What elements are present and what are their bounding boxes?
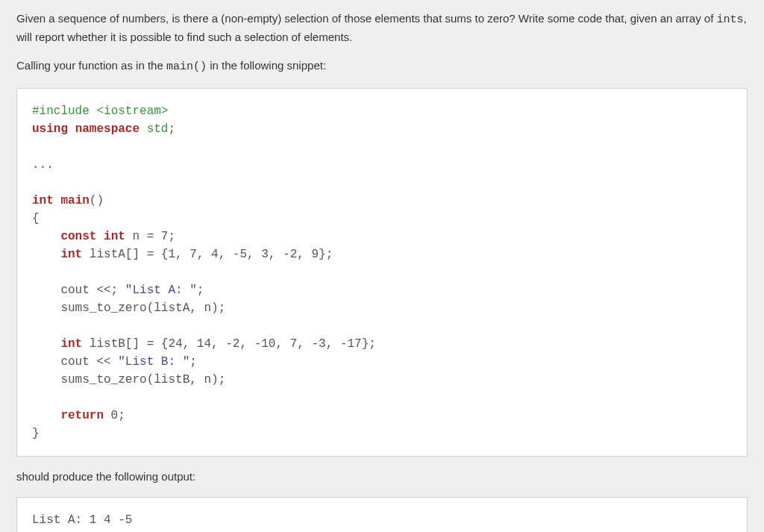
code-token <box>32 230 60 243</box>
code-token: listA[] = {1, 7, 4, -5, 3, -2, 9}; <box>82 248 333 261</box>
paragraph-3: should produce the following output: <box>16 469 748 486</box>
code-token: } <box>32 427 40 440</box>
code-token: namespace <box>75 122 140 136</box>
code-token: ... <box>32 158 54 172</box>
code-token: sums_to_zero(listA, n); <box>32 301 225 315</box>
code-token: int <box>60 337 82 351</box>
code-token: ; <box>197 284 204 297</box>
code-token: return <box>60 409 104 422</box>
code-token <box>32 248 60 261</box>
code-token: "List A: " <box>125 284 197 297</box>
code-token: ; <box>190 355 197 369</box>
para1-text-1: Given a sequence of numbers, is there a … <box>16 12 717 25</box>
code-token: using <box>32 122 68 136</box>
para2-inline-code: main() <box>166 60 207 73</box>
code-token: int <box>104 230 125 243</box>
code-block-output: List A: 1 4 -5 List B: It isn't possible… <box>16 497 748 532</box>
code-token: "List B: " <box>118 355 190 369</box>
paragraph-1: Given a sequence of numbers, is there a … <box>16 10 748 46</box>
code-token: cout << <box>32 355 118 369</box>
code-token: listB[] = {24, 14, -2, -10, 7, -3, -17}; <box>82 337 376 351</box>
code-token: main <box>60 194 89 207</box>
code-token: int <box>32 194 54 207</box>
code-token: const <box>60 230 96 243</box>
para2-text-2: in the following snippet: <box>207 59 326 72</box>
code-token: std <box>147 122 169 136</box>
code-token: <iostream> <box>96 104 168 118</box>
para1-inline-code: ints <box>717 13 744 26</box>
code-token <box>32 337 60 351</box>
code-token: cout <<; <box>32 284 125 297</box>
paragraph-2: Calling your function as in the main() i… <box>16 57 748 76</box>
code-token: #include <box>32 104 96 118</box>
code-token: { <box>32 212 40 225</box>
output-line-1: List A: 1 4 -5 <box>32 513 132 527</box>
code-token: ; <box>168 122 175 136</box>
code-token: sums_to_zero(listB, n); <box>32 373 225 387</box>
code-token <box>32 409 60 422</box>
code-token: int <box>60 248 82 261</box>
code-token: 0; <box>104 409 125 422</box>
code-block-snippet: #include <iostream> using namespace std;… <box>16 88 748 457</box>
code-token: n = 7; <box>125 230 175 243</box>
para2-text-1: Calling your function as in the <box>16 59 166 72</box>
code-token: () <box>90 194 104 207</box>
